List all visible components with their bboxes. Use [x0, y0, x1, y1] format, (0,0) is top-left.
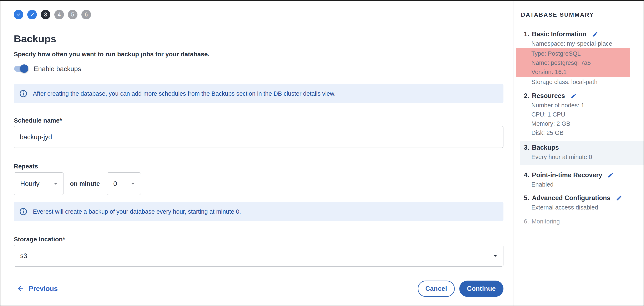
repeats-row: Hourly on minute 0	[14, 172, 504, 195]
section-title: Monitoring	[532, 217, 560, 225]
frequency-info-alert: Everest will create a backup of your dat…	[14, 202, 504, 221]
toggle-knob	[20, 64, 28, 73]
step-6-monitoring[interactable]: 6	[82, 10, 91, 19]
database-summary-sidebar: DATABASE SUMMARY 1. Basic Information Na…	[513, 1, 644, 305]
section-title: Point-in-time Recovery	[532, 171, 602, 179]
section-number: 6.	[524, 217, 529, 225]
schedules-info-alert: After creating the database, you can add…	[14, 84, 504, 103]
section-number: 4.	[524, 171, 529, 179]
minute-select[interactable]: 0	[107, 172, 141, 195]
edit-resources-icon[interactable]	[570, 93, 576, 99]
summary-item: Storage class: local-path	[531, 77, 644, 87]
wizard-main-panel: 3 4 5 6 Backups Specify how often you wa…	[0, 1, 513, 305]
chevron-down-icon	[52, 180, 59, 187]
step-2-resources[interactable]	[27, 10, 37, 19]
repeats-value: Hourly	[20, 180, 39, 188]
wizard-stepper: 3 4 5 6	[14, 10, 504, 19]
schedule-name-label: Schedule name*	[14, 117, 504, 124]
summary-section-pitr: 4. Point-in-time Recovery Enabled	[514, 171, 644, 189]
step-5-advanced[interactable]: 5	[68, 10, 78, 19]
storage-location-value: s3	[20, 252, 27, 260]
schedule-name-input[interactable]	[14, 126, 504, 148]
section-title: Resources	[532, 92, 565, 100]
enable-backups-row: Enable backups	[14, 63, 504, 75]
enable-backups-toggle[interactable]	[14, 66, 28, 72]
wizard-footer: Previous Cancel Continue	[14, 280, 504, 297]
alert-text: After creating the database, you can add…	[33, 90, 336, 97]
summary-item: Every hour at minute 0	[531, 152, 644, 162]
section-number: 3.	[524, 144, 529, 152]
chevron-down-icon	[129, 180, 136, 187]
page-title: Backups	[14, 33, 504, 45]
edit-advanced-configurations-icon[interactable]	[616, 195, 622, 201]
app-window: 3 4 5 6 Backups Specify how often you wa…	[0, 0, 644, 306]
summary-section-advanced-configurations: 5. Advanced Configurations External acce…	[514, 194, 644, 212]
continue-button[interactable]: Continue	[459, 280, 504, 297]
step-3-backups[interactable]: 3	[41, 10, 50, 19]
storage-location-label: Storage location*	[14, 236, 504, 243]
summary-section-monitoring: 6. Monitoring	[514, 217, 644, 225]
edit-pitr-icon[interactable]	[608, 172, 614, 178]
summary-item: Memory: 2 GB	[531, 119, 644, 128]
section-title: Advanced Configurations	[532, 194, 610, 202]
sidebar-title: DATABASE SUMMARY	[521, 12, 644, 18]
summary-item: Number of nodes: 1	[531, 101, 644, 110]
changed-values-highlight: Type: PostgreSQL Name: postgresql-7a5 Ve…	[516, 48, 630, 77]
summary-section-basic-information: 1. Basic Information Namespace: my-speci…	[514, 30, 644, 87]
summary-item: External access disabled	[531, 203, 644, 212]
info-icon	[19, 207, 28, 216]
section-title: Backups	[532, 144, 559, 152]
check-icon	[16, 12, 22, 18]
previous-label: Previous	[29, 285, 58, 293]
section-number: 2.	[524, 92, 529, 100]
summary-item: CPU: 1 CPU	[531, 110, 644, 119]
alert-text: Everest will create a backup of your dat…	[33, 208, 241, 215]
chevron-down-icon	[492, 252, 499, 259]
repeats-label: Repeats	[14, 163, 504, 170]
summary-section-backups-active: 3. Backups Every hour at minute 0	[520, 141, 644, 165]
check-icon	[29, 12, 35, 18]
info-icon	[19, 89, 28, 98]
summary-item: Name: postgresql-7a5	[531, 58, 630, 67]
section-title: Basic Information	[532, 30, 586, 38]
cancel-button[interactable]: Cancel	[418, 280, 455, 297]
section-number: 1.	[524, 30, 529, 38]
repeats-select[interactable]: Hourly	[14, 172, 64, 195]
summary-item: Disk: 25 GB	[531, 128, 644, 137]
previous-button[interactable]: Previous	[17, 285, 58, 293]
step-4-pitr[interactable]: 4	[54, 10, 64, 19]
enable-backups-label: Enable backups	[34, 65, 81, 73]
summary-item: Enabled	[531, 180, 644, 189]
page-subtitle: Specify how often you want to run backup…	[14, 50, 504, 58]
minute-value: 0	[113, 180, 117, 188]
edit-basic-information-icon[interactable]	[592, 31, 598, 37]
section-number: 5.	[524, 194, 529, 202]
summary-section-resources: 2. Resources Number of nodes: 1 CPU: 1 C…	[514, 92, 644, 137]
storage-location-select[interactable]: s3	[14, 245, 504, 267]
on-minute-label: on minute	[70, 180, 100, 187]
arrow-left-icon	[17, 285, 24, 293]
summary-item: Namespace: my-special-place	[531, 39, 644, 48]
summary-item: Type: PostgreSQL	[531, 49, 630, 58]
step-1-basic-information[interactable]	[14, 10, 23, 19]
summary-item: Version: 16.1	[531, 67, 630, 77]
